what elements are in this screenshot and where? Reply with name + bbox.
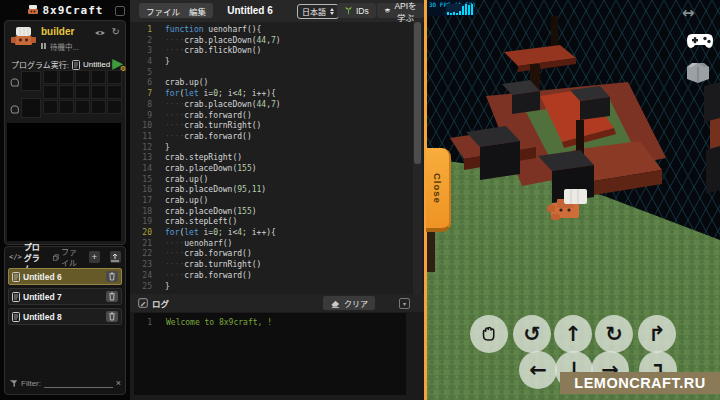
robot-avatar xyxy=(10,26,37,48)
fps-histogram xyxy=(446,4,474,15)
inventory-slot[interactable] xyxy=(43,70,58,84)
inventory-slot[interactable] xyxy=(75,85,90,99)
inventory-slot[interactable] xyxy=(59,70,74,84)
code-line: 6crab.up() xyxy=(130,78,424,89)
control-step-up-button[interactable]: ↱ xyxy=(638,315,676,353)
control-rotate-cw-button[interactable]: ↻ xyxy=(595,315,633,353)
logo-row: 8x9Craft xyxy=(0,0,130,20)
code-line: 17crab.up() xyxy=(130,196,424,207)
hand-inventory-slot[interactable] xyxy=(21,71,41,91)
select-stepper-icon xyxy=(330,8,334,15)
control-grab-button[interactable] xyxy=(470,315,508,353)
game-viewport[interactable]: 30 FPS (1-67) Close ↔ ↺↑↻↱ ←↓→↴ LEMONCRA… xyxy=(424,0,720,400)
ids-button[interactable]: IDs xyxy=(337,3,376,18)
filter-clear-icon[interactable]: × xyxy=(116,378,121,388)
inventory-slot[interactable] xyxy=(75,100,90,114)
code-line: 20for(let i=0; i<4; i++){ xyxy=(130,228,424,239)
program-name: Untitled 6 xyxy=(23,272,62,282)
popout-window-icon[interactable] xyxy=(115,6,125,16)
run-program-button[interactable]: ▶⚙ xyxy=(112,55,123,71)
control-forward-button[interactable]: ↑ xyxy=(554,315,592,353)
language-select[interactable]: 日本語 xyxy=(297,4,339,19)
inventory-slot[interactable] xyxy=(91,100,106,114)
menu-file[interactable]: ファイル xyxy=(139,3,187,18)
gamepad-icon[interactable] xyxy=(686,31,714,53)
filter-input[interactable] xyxy=(44,379,113,388)
sapling-icon xyxy=(344,5,353,16)
log-header: ログ クリア ▾ xyxy=(130,294,424,312)
program-item[interactable]: Untitled 8 xyxy=(8,308,122,325)
code-line: 11····crab.forward() xyxy=(130,132,424,143)
log-output: 1Welcome to 8x9craft, ! xyxy=(134,313,406,395)
inventory-slot[interactable] xyxy=(107,100,122,114)
editor-scrollbar[interactable] xyxy=(414,22,421,164)
grab-hand-icon xyxy=(478,323,500,345)
trash-icon xyxy=(108,312,116,321)
refresh-icon[interactable]: ↻ xyxy=(112,26,120,37)
inventory-slot[interactable] xyxy=(43,85,58,99)
control-left-button[interactable]: ← xyxy=(519,351,557,389)
program-item[interactable]: Untitled 6 xyxy=(8,268,122,285)
app-logo: 8x9Craft xyxy=(43,4,104,17)
code-line: 16crab.placeDown(95,11) xyxy=(130,185,424,196)
inventory-slot[interactable] xyxy=(91,70,106,84)
delete-program-button[interactable] xyxy=(106,271,118,282)
clear-log-button[interactable]: クリア xyxy=(323,296,375,310)
inventory-slot[interactable] xyxy=(75,70,90,84)
document-title: Untitled 6 xyxy=(200,5,300,16)
inventory-slot[interactable] xyxy=(91,85,106,99)
filter-row: Filter: × xyxy=(9,376,121,390)
resize-width-icon[interactable]: ↔ xyxy=(682,4,695,22)
code-line: 14crab.placeDown(155) xyxy=(130,164,424,175)
program-panel: </>プログラム ファイル + Untitled 6Untitled 7Unti… xyxy=(4,246,126,395)
editor-scrollbar-track[interactable] xyxy=(413,22,422,294)
inventory-slot[interactable] xyxy=(59,85,74,99)
run-label: プログラム実行: xyxy=(11,59,69,70)
code-line: 19crab.stepLeft() xyxy=(130,217,424,228)
fps-meter[interactable]: 30 FPS (1-67) xyxy=(427,0,476,16)
inventory-slot[interactable] xyxy=(43,100,58,114)
code-line: 25} xyxy=(130,282,424,293)
program-panel-tabs: </>プログラム ファイル + xyxy=(9,250,121,264)
robot-name: builder xyxy=(41,26,74,37)
hand-inventory-slot[interactable] xyxy=(21,98,41,118)
code-line: 9····crab.forward() xyxy=(130,111,424,122)
robot-card: builder ↻ 待機中... プログラム実行: Untitled 6 ▶⚙ xyxy=(4,20,126,245)
code-editor[interactable]: 1function uenoharf(){2····crab.placeDown… xyxy=(130,22,424,294)
delete-program-button[interactable] xyxy=(106,291,118,302)
inventory-slot[interactable] xyxy=(59,100,74,114)
watermark: LEMONCRAFT.RU xyxy=(560,372,720,394)
program-item[interactable]: Untitled 7 xyxy=(8,288,122,305)
code-line: 18crab.placeDown(155) xyxy=(130,207,424,218)
pause-icon xyxy=(41,42,47,51)
code-line: 24····crab.forward() xyxy=(130,271,424,282)
box-icon[interactable] xyxy=(684,58,712,84)
add-program-button[interactable]: + xyxy=(89,251,100,263)
delete-program-button[interactable] xyxy=(106,311,118,322)
filter-label: Filter: xyxy=(21,379,41,388)
close-panel-button[interactable]: Close xyxy=(426,148,451,232)
code-line: 2····crab.placeDown(44,7) xyxy=(130,36,424,47)
eraser-icon xyxy=(330,298,341,308)
program-list: Untitled 6Untitled 7Untitled 8 xyxy=(5,265,125,325)
learn-api-button[interactable]: APIを学ぶ xyxy=(377,3,424,18)
copy-icon xyxy=(53,253,59,262)
inventory-slot[interactable] xyxy=(107,85,122,99)
run-row: プログラム実行: Untitled 6 ▶⚙ xyxy=(11,59,123,70)
control-rotate-ccw-button[interactable]: ↺ xyxy=(513,315,551,353)
collapse-log-icon[interactable]: ▾ xyxy=(399,298,410,309)
trash-icon xyxy=(108,272,116,281)
app-root: 8x9Craft builder ↻ 待機中... プログラム実行: xyxy=(0,0,720,400)
sidebar: 8x9Craft builder ↻ 待機中... プログラム実行: xyxy=(0,0,130,400)
code-line: 23····crab.turnRight() xyxy=(130,260,424,271)
code-line: 4} xyxy=(130,57,424,68)
hand-slot-icon xyxy=(9,103,20,115)
document-icon xyxy=(12,292,20,302)
code-line: 1function uenoharf(){ xyxy=(130,25,424,36)
code-line: 5 xyxy=(130,68,424,79)
import-program-button[interactable] xyxy=(110,251,121,263)
hand-slot-icon xyxy=(9,76,20,88)
inventory-slot[interactable] xyxy=(107,70,122,84)
eye-icon[interactable] xyxy=(94,29,106,37)
filter-funnel-icon xyxy=(9,379,18,388)
